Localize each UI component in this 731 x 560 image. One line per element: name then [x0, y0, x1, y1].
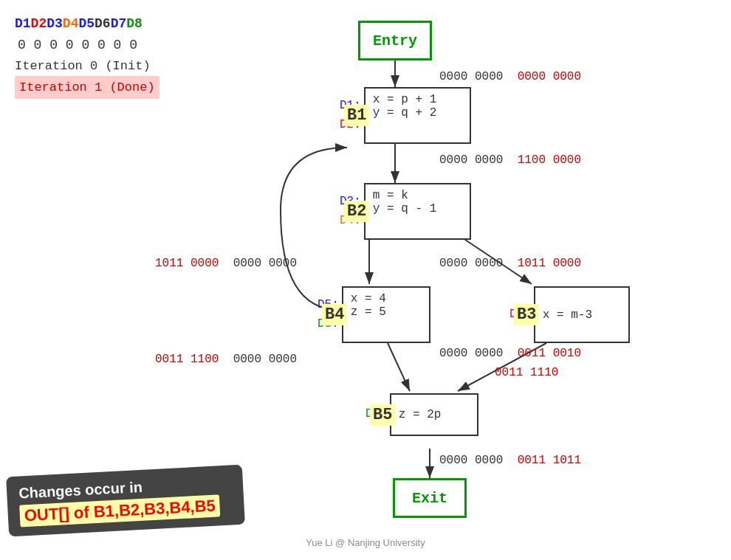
b1-box: x = p + 1 y = q + 2	[364, 87, 471, 144]
svg-line-5	[388, 343, 410, 391]
arrows-svg	[251, 0, 724, 560]
b5-box: z = 2p	[390, 393, 478, 436]
changes-box: Changes occur in OUT[] of B1,B2,B3,B4,B5	[6, 465, 245, 537]
b2-line1: m = k	[373, 189, 462, 202]
b1-line2: y = q + 2	[373, 106, 462, 120]
b2-right-out-bits: 0000 0000 1011 0000	[439, 257, 581, 270]
b3-out-bits-2: 0011 1110	[495, 366, 558, 379]
b5-label: B5	[370, 404, 395, 426]
b4-line2: z = 5	[351, 305, 422, 319]
b2-label: B2	[344, 201, 369, 222]
legend-d5: D5	[78, 16, 95, 31]
b3-label: B3	[514, 304, 539, 325]
b3-box: x = m-3	[534, 286, 630, 343]
legend: D1D2D3D4D5D6D7D8 0 0 0 0 0 0 0 0 Iterati…	[15, 13, 159, 99]
legend-d7: D7	[111, 16, 127, 31]
flow-diagram: Entry 0000 0000 0000 0000 D1: D2: x = p …	[251, 0, 724, 560]
entry-box: Entry	[358, 21, 432, 61]
b5-line1: z = 2p	[399, 408, 442, 421]
watermark: Yue Li @ Nanjing University	[306, 537, 425, 548]
b3-line1: x = m-3	[543, 308, 592, 322]
b4-label: B4	[322, 304, 347, 325]
b2-left-in-bits: 1011 0000 0000 0000	[155, 257, 297, 270]
b2-box: m = k y = q - 1	[364, 183, 471, 240]
b1-label: B1	[344, 105, 369, 126]
b4-box: x = 4 z = 5	[342, 286, 430, 343]
legend-d2: D2	[31, 16, 47, 31]
legend-zeros: 0 0 0 0 0 0 0 0	[18, 35, 159, 56]
b4-out-bits: 0011 1100 0000 0000	[155, 353, 297, 366]
entry-out-bits: 0000 0000 0000 0000	[439, 70, 581, 83]
b1-line1: x = p + 1	[373, 93, 462, 106]
iteration-0-label: Iteration 0 (Init)	[15, 56, 159, 76]
legend-d1: D1	[15, 16, 31, 31]
legend-d6: D6	[95, 16, 111, 31]
exit-box: Exit	[393, 478, 467, 518]
iteration-1-label: Iteration 1 (Done)	[15, 76, 159, 99]
b3-out-bits-1: 0000 0000 0011 0010	[439, 347, 581, 360]
b4-line1: x = 4	[351, 292, 422, 305]
b1-out-bits: 0000 0000 1100 0000	[439, 153, 581, 167]
legend-d3: D3	[47, 16, 63, 31]
legend-d8: D8	[126, 16, 143, 31]
legend-d4: D4	[63, 16, 79, 31]
b5-out-bits: 0000 0000 0011 1011	[439, 454, 581, 467]
b2-line2: y = q - 1	[373, 202, 462, 215]
